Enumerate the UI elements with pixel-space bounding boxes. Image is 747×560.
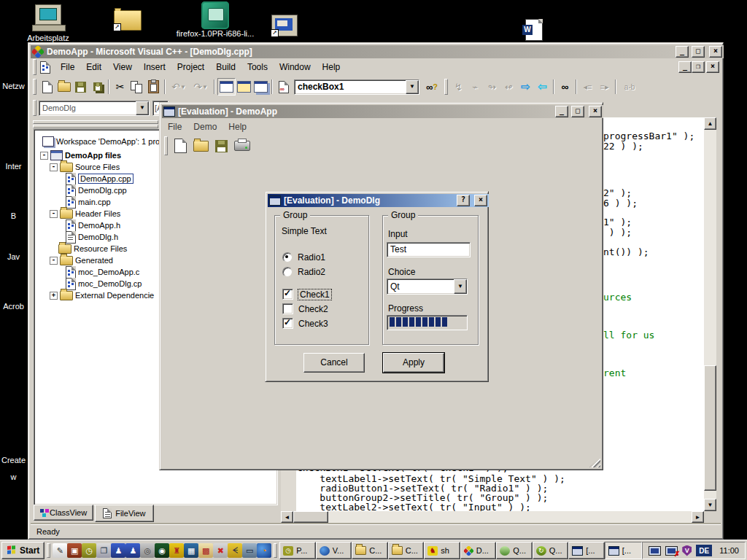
goto-next-button[interactable]: ⇨ — [517, 79, 534, 95]
tree-row-project[interactable]: - DemoApp files — [40, 149, 121, 161]
copy-button[interactable] — [128, 79, 145, 95]
quicklaunch-terminal-icon[interactable]: ▭ — [242, 543, 257, 558]
desktop-icon-label[interactable]: Netzw — [0, 82, 27, 90]
task-button[interactable]: V... — [316, 542, 352, 559]
network-offline-icon[interactable]: ✗ — [665, 546, 678, 556]
quicklaunch-pinwheel-icon[interactable]: ✖ — [213, 543, 228, 558]
desktop-icon-label[interactable]: Inter — [0, 162, 27, 171]
find-combo[interactable]: checkBox1 ▼ — [294, 79, 419, 95]
redo-button[interactable]: ↷▼ — [190, 79, 212, 95]
task-button[interactable]: ↻ Q... — [533, 542, 569, 559]
save-button[interactable] — [72, 79, 89, 95]
tree-row-file[interactable]: main.cpp — [66, 196, 111, 208]
combo-dropdown-button[interactable]: ▼ — [136, 101, 149, 115]
task-button[interactable]: ◷ P... — [279, 542, 316, 559]
tab-classview[interactable]: ClassView — [34, 505, 93, 521]
menu-edit[interactable]: Edit — [80, 61, 107, 74]
tree-row-file[interactable]: DemoDlg.h — [66, 231, 118, 243]
print-button[interactable] — [231, 136, 253, 155]
combo-dropdown-button[interactable]: ▼ — [454, 279, 467, 294]
radio-icon[interactable] — [282, 267, 293, 277]
task-button[interactable]: ♞ sh — [424, 542, 460, 559]
output-pane-button[interactable] — [236, 79, 252, 95]
tree-row-file[interactable]: moc_DemoDlg.cp — [66, 278, 142, 289]
window-list-button[interactable] — [252, 79, 269, 95]
tree-row-file[interactable]: DemoApp.cpp — [66, 173, 133, 184]
cut-button[interactable]: ✂ — [112, 79, 128, 95]
desktop-icon-label[interactable]: Create — [0, 456, 27, 464]
save-button[interactable] — [211, 136, 231, 155]
tree-row-folder[interactable]: - Generated — [50, 254, 113, 266]
task-button[interactable]: Q... — [496, 542, 533, 559]
scroll-right-button[interactable]: ► — [692, 511, 704, 523]
task-button-active[interactable]: [... — [605, 542, 642, 559]
unindent-button[interactable]: ◂≡ — [579, 79, 596, 95]
mdi-document-icon[interactable] — [40, 61, 50, 74]
radio-radio2[interactable]: Radio2 — [282, 267, 325, 277]
scrollbar-thumb[interactable] — [704, 365, 716, 491]
goto-prev-button[interactable]: ⇦ — [534, 79, 551, 95]
quicklaunch-map-icon[interactable]: ▩ — [198, 543, 213, 558]
input-field[interactable]: Test — [387, 242, 471, 257]
collapse-icon[interactable]: - — [50, 257, 58, 265]
search-button[interactable]: ∞? — [422, 79, 442, 95]
mdi-minimize-button[interactable]: _ — [678, 61, 692, 73]
checkbox-icon[interactable] — [282, 303, 293, 314]
quicklaunch-fish-icon[interactable]: ᗕ — [228, 543, 242, 558]
quicklaunch-alarm-figure-icon[interactable]: ♜ — [169, 543, 184, 558]
desktop-icon-folder[interactable]: ➚ — [114, 10, 142, 31]
tab-fileview[interactable]: FileView — [95, 505, 153, 522]
tree-row-folder[interactable]: + External Dependencie — [50, 289, 154, 301]
combo-dropdown-button[interactable]: ▼ — [406, 80, 419, 94]
quicklaunch-calculator-icon[interactable]: ▦ — [184, 543, 198, 558]
toolbar-grip[interactable] — [33, 100, 36, 116]
quicklaunch-users-icon[interactable]: ♟ — [111, 543, 125, 558]
quicklaunch-text-editor-icon[interactable]: ✎ — [53, 543, 67, 558]
start-button[interactable]: Start — [1, 542, 44, 559]
tree-row-file[interactable]: DemoApp.h — [66, 219, 120, 231]
toolbar-grip[interactable] — [33, 59, 36, 75]
desktop-icon-label[interactable]: Jav — [0, 252, 27, 261]
expand-icon[interactable]: + — [50, 292, 58, 300]
open-button[interactable] — [55, 79, 72, 95]
tree-row-folder[interactable]: - Source Files — [50, 161, 120, 173]
checkbox-check2[interactable]: Check2 — [282, 303, 328, 314]
browse-next-definition-button[interactable]: ⌁ — [467, 79, 484, 95]
undo-button[interactable]: ↶▼ — [168, 79, 190, 95]
quicklaunch-organizer-clock-icon[interactable]: ◷ — [82, 543, 96, 558]
menu-file[interactable]: File — [55, 61, 80, 74]
wizardbar-class-combo[interactable]: DemoDlg ▼ — [39, 101, 150, 116]
menu-demo[interactable]: Demo — [187, 120, 222, 133]
find-button[interactable]: ∞ — [557, 79, 573, 95]
format-button[interactable]: a-b — [619, 79, 640, 95]
help-button[interactable]: ? — [457, 195, 470, 206]
demodlg-title-bar[interactable]: [Evaluation] - DemoDlg ? × — [268, 194, 489, 207]
resize-grip[interactable] — [589, 457, 600, 467]
menu-help[interactable]: Help — [317, 61, 347, 74]
tree-row-file[interactable]: DemoDlg.cpp — [66, 184, 127, 196]
apply-button[interactable]: Apply — [383, 353, 444, 373]
menu-help[interactable]: Help — [222, 120, 252, 133]
scroll-left-button[interactable]: ◄ — [281, 511, 293, 523]
menu-window[interactable]: Window — [274, 61, 317, 74]
tree-row-file[interactable]: moc_DemoApp.c — [66, 266, 139, 278]
scrollbar-thumb[interactable] — [293, 511, 328, 523]
toolbar-grip[interactable] — [444, 79, 448, 95]
choice-combo[interactable]: Qt ▼ — [387, 279, 468, 295]
toolbar-grip[interactable] — [33, 79, 36, 95]
menu-insert[interactable]: Insert — [138, 61, 171, 74]
quicklaunch-web-browser-icon[interactable]: ◔ — [257, 543, 271, 558]
cancel-button[interactable]: Cancel — [303, 353, 365, 373]
close-button[interactable]: × — [474, 195, 487, 206]
new-file-button[interactable] — [39, 79, 55, 95]
maximize-button[interactable]: □ — [571, 106, 584, 117]
task-button[interactable]: D... — [460, 542, 497, 559]
find-in-files-button[interactable]: ∞ — [275, 79, 292, 95]
close-button[interactable]: × — [709, 46, 722, 58]
minimize-button[interactable]: _ — [555, 106, 568, 117]
radio-radio1[interactable]: Radio1 — [282, 252, 325, 262]
desktop-icon-label[interactable]: w — [0, 472, 27, 481]
menu-project[interactable]: Project — [171, 61, 210, 74]
mdi-restore-button[interactable]: ❐ — [692, 61, 705, 73]
desktop-icon-word-document[interactable]: W — [525, 19, 543, 41]
